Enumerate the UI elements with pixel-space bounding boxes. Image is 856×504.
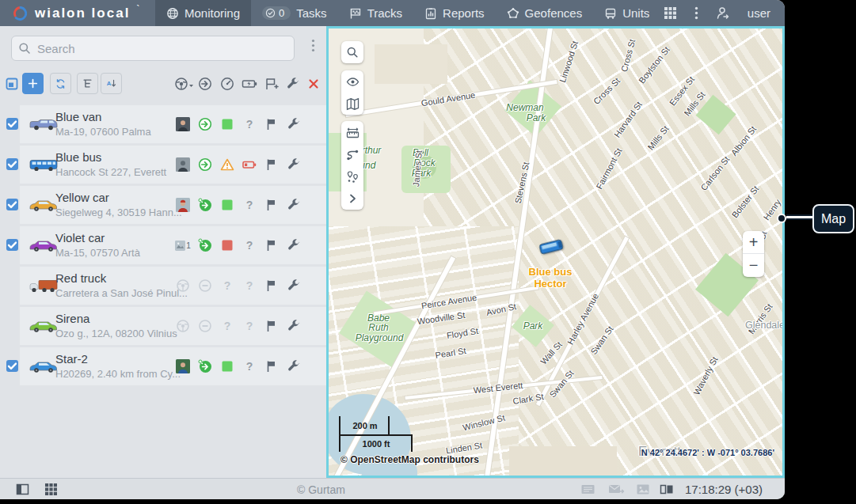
tab-geofences[interactable]: Geofences bbox=[496, 0, 594, 26]
sensor-state-icon[interactable]: ? bbox=[242, 279, 257, 293]
unit-row[interactable]: Violet carMa-15, 07570 Artà1? bbox=[0, 226, 326, 264]
sensor-state-icon[interactable]: ? bbox=[242, 319, 257, 333]
unit-checkbox[interactable] bbox=[6, 199, 18, 210]
partial-select-checkbox-icon[interactable] bbox=[5, 77, 19, 91]
driver-cell[interactable] bbox=[175, 117, 191, 131]
grid-view-icon[interactable] bbox=[44, 483, 58, 496]
route-icon[interactable] bbox=[341, 143, 363, 165]
wrench-icon[interactable] bbox=[286, 157, 302, 172]
flag-icon[interactable] bbox=[264, 117, 280, 131]
connection-state-icon[interactable]: ? bbox=[219, 279, 235, 293]
map[interactable]: Linwood StCross StCross StBoylston StEss… bbox=[326, 26, 785, 478]
unit-card[interactable]: Yellow carSiegelweg 4, 30519 Hann...? bbox=[20, 186, 326, 224]
motion-state-icon[interactable] bbox=[197, 319, 213, 333]
unit-row[interactable]: Blue busHancock St 227, Everett bbox=[0, 146, 326, 184]
driver-cell[interactable] bbox=[175, 319, 191, 333]
unit-checkbox[interactable] bbox=[6, 360, 18, 372]
sort-az-icon[interactable]: A bbox=[101, 73, 122, 94]
add-unit-plus-icon[interactable] bbox=[22, 73, 44, 94]
flag-icon[interactable] bbox=[264, 198, 280, 212]
unit-card[interactable]: SirenaOzo g., 12A, 08200 Vilnius?? bbox=[20, 307, 326, 345]
unit-checkbox[interactable] bbox=[6, 320, 18, 332]
connection-state-icon[interactable] bbox=[219, 238, 235, 252]
gauge-icon[interactable] bbox=[219, 77, 235, 91]
user-switch-icon[interactable] bbox=[716, 6, 730, 20]
battery-icon[interactable] bbox=[242, 77, 257, 91]
wrench-icon[interactable] bbox=[285, 77, 301, 91]
tab-monitoring[interactable]: Monitoring bbox=[155, 0, 251, 26]
visibility-eye-icon[interactable] bbox=[341, 70, 363, 93]
unit-checkbox[interactable] bbox=[6, 158, 18, 170]
wrench-icon[interactable] bbox=[286, 198, 302, 212]
unit-card[interactable]: Blue vanMa-19, 07600 Palma? bbox=[20, 105, 326, 143]
motion-arrow-icon[interactable] bbox=[197, 77, 213, 91]
tree-view-icon[interactable] bbox=[77, 73, 98, 94]
sensor-state-icon[interactable] bbox=[242, 157, 257, 172]
sensor-state-icon[interactable]: ? bbox=[242, 117, 257, 131]
unit-card[interactable]: Red truckCarretera a San José Pinul...?? bbox=[20, 267, 326, 305]
nearest-units-pins-icon[interactable] bbox=[341, 165, 363, 188]
ruler-icon[interactable] bbox=[341, 121, 363, 143]
notes-icon[interactable] bbox=[580, 483, 595, 496]
split-view-icon[interactable] bbox=[660, 483, 674, 496]
tab-tasks[interactable]: 0 Tasks bbox=[251, 0, 338, 26]
sidebar-kebab-menu-icon[interactable] bbox=[311, 39, 315, 52]
motion-state-icon[interactable] bbox=[197, 198, 213, 212]
sensor-state-icon[interactable]: ? bbox=[242, 198, 257, 212]
connection-state-icon[interactable] bbox=[219, 117, 235, 131]
unit-row[interactable]: Red truckCarretera a San José Pinul...?? bbox=[0, 267, 326, 305]
unit-card[interactable]: Blue busHancock St 227, Everett bbox=[20, 146, 326, 184]
unit-card[interactable]: Violet carMa-15, 07570 Artà1? bbox=[20, 226, 326, 264]
flag-add-icon[interactable] bbox=[264, 77, 280, 91]
flag-icon[interactable] bbox=[264, 157, 280, 172]
driver-cell[interactable] bbox=[175, 359, 191, 373]
connection-state-icon[interactable] bbox=[219, 359, 235, 373]
unit-checkbox[interactable] bbox=[6, 239, 18, 251]
refresh-icon[interactable] bbox=[50, 73, 71, 94]
expand-chevron-icon[interactable] bbox=[341, 188, 363, 210]
unit-checkbox[interactable] bbox=[6, 118, 18, 130]
tab-tracks[interactable]: Tracks bbox=[338, 0, 413, 26]
map-search-icon[interactable] bbox=[341, 41, 363, 63]
tab-units[interactable]: Units bbox=[593, 0, 660, 26]
flag-icon[interactable] bbox=[264, 238, 280, 252]
connection-state-icon[interactable] bbox=[219, 198, 235, 212]
wrench-icon[interactable] bbox=[286, 359, 302, 373]
zoom-in-button[interactable]: + bbox=[743, 231, 764, 254]
driver-cell[interactable] bbox=[175, 157, 191, 172]
connection-state-icon[interactable]: ? bbox=[219, 319, 235, 333]
unit-row[interactable]: Yellow carSiegelweg 4, 30519 Hann...? bbox=[0, 186, 326, 224]
unit-row[interactable]: Star-2H20269, 2.40 km from Cy...? bbox=[0, 347, 326, 385]
steering-wheel-icon[interactable] bbox=[173, 77, 194, 91]
wrench-icon[interactable] bbox=[286, 279, 302, 293]
app-logo[interactable]: wialon local ` bbox=[0, 6, 155, 21]
unit-checkbox[interactable] bbox=[6, 279, 18, 291]
current-user-label[interactable]: user bbox=[748, 6, 770, 20]
zoom-out-button[interactable]: − bbox=[743, 254, 764, 277]
image-icon[interactable] bbox=[636, 483, 650, 496]
clear-red-x-icon[interactable] bbox=[306, 77, 321, 91]
motion-state-icon[interactable] bbox=[197, 117, 213, 131]
panel-toggle-icon[interactable] bbox=[16, 483, 29, 496]
map-layers-icon[interactable] bbox=[341, 93, 363, 115]
motion-state-icon[interactable] bbox=[197, 157, 213, 172]
wrench-icon[interactable] bbox=[286, 319, 302, 333]
unit-row[interactable]: Blue vanMa-19, 07600 Palma? bbox=[0, 105, 326, 143]
driver-cell[interactable] bbox=[175, 198, 191, 212]
flag-icon[interactable] bbox=[264, 279, 280, 293]
flag-icon[interactable] bbox=[264, 359, 280, 373]
wrench-icon[interactable] bbox=[286, 238, 302, 252]
sensor-state-icon[interactable]: ? bbox=[242, 359, 257, 373]
driver-cell[interactable]: 1 bbox=[175, 238, 191, 252]
unit-row[interactable]: SirenaOzo g., 12A, 08200 Vilnius?? bbox=[0, 307, 326, 345]
kebab-menu-icon[interactable] bbox=[694, 6, 698, 20]
sensor-state-icon[interactable]: ? bbox=[242, 238, 257, 252]
search-input[interactable] bbox=[11, 36, 295, 61]
tab-reports[interactable]: Reports bbox=[413, 0, 496, 26]
flag-icon[interactable] bbox=[264, 319, 280, 333]
motion-state-icon[interactable] bbox=[197, 359, 213, 373]
unit-card[interactable]: Star-2H20269, 2.40 km from Cy...? bbox=[20, 347, 326, 385]
wrench-icon[interactable] bbox=[286, 117, 302, 131]
driver-cell[interactable] bbox=[175, 279, 191, 293]
connection-state-icon[interactable] bbox=[219, 157, 235, 172]
